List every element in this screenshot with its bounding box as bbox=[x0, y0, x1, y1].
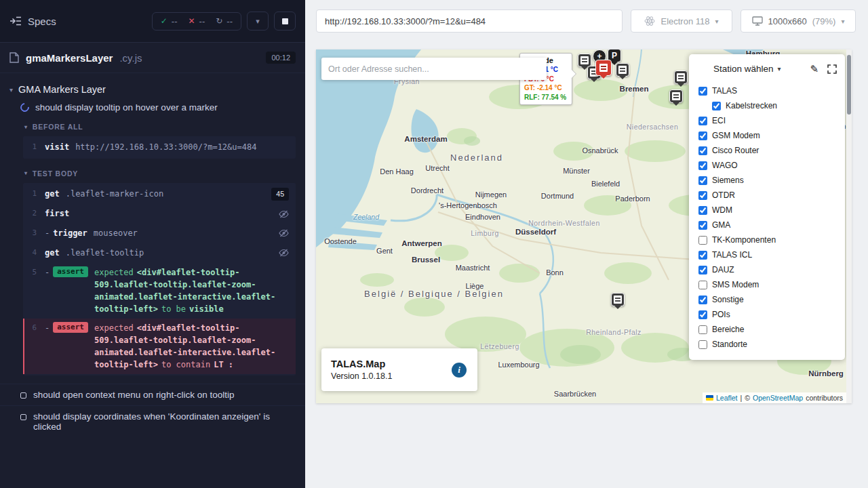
station-checkbox-row[interactable]: Bereiche bbox=[698, 322, 837, 337]
electron-icon bbox=[644, 16, 655, 26]
command-method: get bbox=[45, 188, 60, 200]
chevron-down-icon: ▾ bbox=[9, 86, 13, 94]
station-label: Siemens bbox=[712, 176, 744, 185]
specs-menu-button[interactable]: Specs bbox=[9, 16, 56, 27]
station-checkbox-row[interactable]: Kabelstrecken bbox=[698, 98, 837, 113]
command-row[interactable]: 1 get .leaflet-marker-icon 45 bbox=[23, 184, 296, 205]
station-checkbox-row[interactable]: TALAS ICL bbox=[698, 247, 837, 262]
station-checkbox[interactable] bbox=[698, 161, 707, 170]
url-bar[interactable] bbox=[316, 9, 623, 33]
station-checkbox-row[interactable]: ECI bbox=[698, 113, 837, 128]
station-checkbox-row[interactable]: TK-Komponenten bbox=[698, 232, 837, 247]
station-checkbox[interactable] bbox=[712, 102, 721, 110]
app-title: TALAS.Map bbox=[331, 359, 468, 369]
before-all-header[interactable]: ▾ BEFORE ALL bbox=[0, 117, 305, 134]
station-checkbox-row[interactable]: GMA bbox=[698, 218, 837, 232]
station-label: TALAS ICL bbox=[712, 250, 752, 260]
map-place-label: Gent bbox=[376, 247, 393, 255]
command-row[interactable]: 2 first bbox=[23, 204, 296, 224]
stop-button[interactable] bbox=[274, 12, 296, 30]
station-checkbox-row[interactable]: GSM Modem bbox=[698, 128, 837, 143]
leaflet-map[interactable]: HamburgBremenHannoverNiedersachsenFryslâ… bbox=[316, 49, 852, 403]
station-checkbox-row[interactable]: WAGO bbox=[698, 158, 837, 173]
pending-test-row[interactable]: should open context menu on right-click … bbox=[0, 384, 305, 405]
map-search-input[interactable] bbox=[321, 58, 547, 80]
station-checkbox[interactable] bbox=[698, 131, 707, 140]
command-row[interactable]: 3 - trigger mouseover bbox=[23, 224, 296, 243]
station-checkbox[interactable] bbox=[698, 221, 707, 230]
app-version: Version 1.0.18.1 bbox=[331, 371, 468, 381]
edit-pencil-icon[interactable]: ✎ bbox=[810, 64, 818, 74]
map-place-label: Nederland bbox=[450, 152, 503, 163]
station-checkbox-row[interactable]: SMS Modem bbox=[698, 277, 837, 292]
map-place-label: Saarbrücken bbox=[554, 390, 596, 398]
station-checkbox[interactable] bbox=[698, 206, 707, 215]
browser-selector[interactable]: Electron 118 ▾ bbox=[631, 9, 732, 33]
station-checkbox-row[interactable]: OTDR bbox=[698, 188, 837, 203]
station-checkbox[interactable] bbox=[698, 266, 707, 274]
viewport-size: 1000x660 bbox=[768, 16, 807, 26]
command-row[interactable]: 6 - assert expected<div#leaflet-tooltip-… bbox=[23, 319, 296, 374]
x-icon: ✕ bbox=[189, 17, 195, 25]
expand-icon[interactable] bbox=[827, 64, 837, 74]
map-place-label: Zeeland bbox=[353, 213, 379, 221]
station-checkbox-row[interactable]: Standorte bbox=[698, 337, 837, 352]
map-marker[interactable] bbox=[669, 89, 683, 103]
map-marker[interactable] bbox=[611, 293, 625, 306]
command-number: 3 bbox=[24, 227, 45, 240]
station-checkbox[interactable] bbox=[698, 296, 707, 304]
station-checkbox[interactable] bbox=[698, 281, 707, 289]
map-marker[interactable] bbox=[674, 70, 688, 84]
station-checkbox[interactable] bbox=[698, 117, 707, 125]
map-marker[interactable] bbox=[616, 63, 629, 77]
command-method: first bbox=[45, 207, 69, 220]
test-body-header[interactable]: ▾ TEST BODY bbox=[0, 164, 305, 181]
command-row[interactable]: 5 - assert expected<div#leaflet-tooltip-… bbox=[23, 263, 296, 319]
station-checkbox[interactable] bbox=[698, 340, 707, 349]
specs-label: Specs bbox=[28, 16, 56, 27]
spec-name: gmaMarkersLayer bbox=[26, 52, 113, 64]
command-number: 4 bbox=[24, 247, 45, 260]
hidden-element-icon bbox=[279, 210, 289, 218]
scrollbar-thumb[interactable] bbox=[847, 55, 851, 115]
command-number: 6 bbox=[24, 322, 45, 335]
map-place-label: Utrecht bbox=[425, 164, 449, 172]
screen: Specs ✓-- ✕-- ↻-- ▾ gmaMarkersLayer .cy.… bbox=[0, 0, 868, 488]
pending-test-row[interactable]: should display coordinates when 'Koordin… bbox=[0, 405, 305, 437]
chevron-down-icon[interactable]: ▾ bbox=[778, 65, 781, 73]
map-marker[interactable] bbox=[595, 60, 612, 76]
station-checkbox[interactable] bbox=[698, 325, 707, 334]
command-method: trigger bbox=[53, 227, 87, 239]
station-checkbox[interactable] bbox=[698, 87, 707, 96]
suite-row[interactable]: ▾ GMA Markers Layer bbox=[0, 80, 305, 99]
station-checkbox-row[interactable]: Cisco Router bbox=[698, 143, 837, 158]
station-checkbox[interactable] bbox=[698, 236, 707, 245]
command-row[interactable]: 1 visit http://192.168.10.33:3000/?m=12&… bbox=[23, 138, 296, 157]
station-checkbox-row[interactable]: TALAS bbox=[698, 83, 837, 98]
station-checkbox-row[interactable]: DAUZ bbox=[698, 262, 837, 277]
reporter-body: ▾ GMA Markers Layer should display toolt… bbox=[0, 73, 305, 488]
station-checkbox-row[interactable]: WDM bbox=[698, 203, 837, 218]
station-checkbox[interactable] bbox=[698, 176, 707, 185]
command-row[interactable]: 4 get .leaflet-tooltip bbox=[23, 243, 296, 263]
station-select-dropdown[interactable]: Station wählen bbox=[713, 64, 774, 74]
map-marker[interactable] bbox=[578, 54, 591, 67]
station-checkbox-row[interactable]: POIs bbox=[698, 307, 837, 322]
viewport-selector[interactable]: 1000x660 (79%) ▾ bbox=[741, 9, 856, 33]
station-checkbox[interactable] bbox=[698, 146, 707, 155]
map-place-label: Nürnberg bbox=[808, 369, 844, 378]
collapse-reporter-button[interactable]: ▾ bbox=[247, 12, 269, 30]
station-checkbox[interactable] bbox=[698, 310, 707, 319]
station-checkbox-row[interactable]: Sonstige bbox=[698, 292, 837, 307]
osm-link[interactable]: OpenStreetMap bbox=[753, 394, 803, 402]
station-checkbox[interactable] bbox=[698, 191, 707, 200]
active-test-row[interactable]: should display tooltip on hover over a m… bbox=[0, 99, 305, 117]
leaflet-link[interactable]: Leaflet bbox=[716, 394, 738, 402]
station-checkbox[interactable] bbox=[698, 251, 707, 260]
info-icon[interactable]: i bbox=[452, 363, 467, 378]
station-checkbox-row[interactable]: Siemens bbox=[698, 173, 837, 188]
map-place-label: Oostende bbox=[324, 237, 357, 245]
map-place-label: België / Belgique / Belgien bbox=[364, 289, 504, 299]
specs-list-icon bbox=[9, 16, 22, 26]
command-message: .leaflet-marker-icon bbox=[66, 188, 267, 200]
